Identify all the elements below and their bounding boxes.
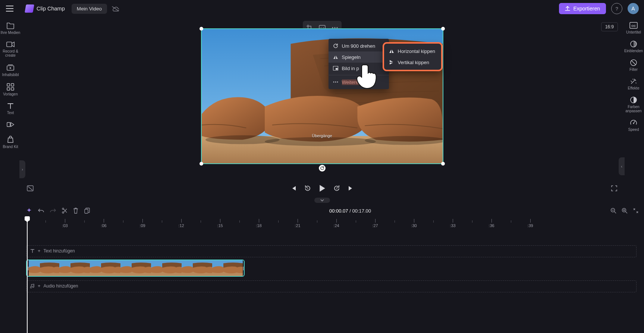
sidebar-item-label: Inhaltsbibl <box>2 73 19 77</box>
project-name[interactable]: Mein Video <box>72 4 107 14</box>
library-icon <box>6 64 15 71</box>
video-track[interactable]: || <box>26 260 637 277</box>
playhead-handle[interactable] <box>25 216 30 221</box>
timeline-area: 00:00.07 / 00:17.00 :03:06:09:12:15:18:2… <box>0 195 644 292</box>
skip-back-icon <box>290 185 296 191</box>
rotate-handle[interactable] <box>319 165 326 172</box>
rewind-button[interactable]: 5 <box>304 185 311 192</box>
svg-point-17 <box>365 136 443 145</box>
zoom-fit-icon <box>633 208 639 214</box>
menu-item-more[interactable]: Weitere Option <box>329 76 389 88</box>
export-label: Exportieren <box>573 6 600 12</box>
transitions-icon <box>7 121 14 128</box>
skip-fwd-icon <box>348 185 354 191</box>
sidebar-item-brandkit[interactable]: Brand Kit <box>0 134 21 151</box>
svg-point-33 <box>62 212 64 213</box>
svg-rect-4 <box>7 88 10 90</box>
zoom-fit-button[interactable] <box>633 208 639 214</box>
left-rail: Ihre Medien Record & create Inhaltsbibl … <box>0 17 21 195</box>
inspector-item-label: Einblenden <box>624 49 643 53</box>
sidebar-item-content[interactable]: Inhaltsbibl <box>0 62 21 79</box>
svg-rect-2 <box>7 84 10 86</box>
inspector-item-effects[interactable]: Effekte <box>623 77 644 92</box>
help-button[interactable]: ? <box>611 3 622 14</box>
timeline-toolbar: 00:00.07 / 00:17.00 <box>0 204 644 217</box>
clip-trim-right[interactable]: || <box>243 260 245 276</box>
inspector-item-colors[interactable]: Farben anpassen <box>623 95 644 114</box>
trash-icon <box>73 208 78 214</box>
inspector-item-captions[interactable]: CC Untertitel <box>623 21 644 36</box>
delete-button[interactable] <box>73 208 78 214</box>
bag-icon <box>7 136 14 143</box>
duplicate-button[interactable] <box>84 208 90 214</box>
text-track[interactable]: + Text hinzufügen <box>26 245 637 257</box>
plus-icon: + <box>38 283 41 289</box>
inspector-item-label: Effekte <box>628 86 640 90</box>
menu-item-rotate[interactable]: Um 900 drehen <box>329 40 389 51</box>
sidebar-item-text[interactable]: Text <box>0 101 21 117</box>
export-button[interactable]: Exportieren <box>559 3 606 14</box>
ruler-label: :36 <box>489 223 494 228</box>
video-clip[interactable]: || <box>26 260 245 277</box>
watermark-toggle[interactable] <box>27 185 34 191</box>
ruler-label: :27 <box>372 223 378 228</box>
inspector-item-label: Speed <box>628 128 639 132</box>
time-display: 00:00.07 / 00:17.00 <box>329 208 371 214</box>
inspector-item-fade[interactable]: Einblenden <box>623 40 644 54</box>
resize-handle-ne[interactable] <box>441 27 445 31</box>
ruler-label: :18 <box>256 223 261 228</box>
zoom-out-button[interactable] <box>610 208 616 214</box>
forward-button[interactable]: 5 <box>333 185 340 192</box>
menu-separator <box>329 75 389 75</box>
folder-icon <box>6 22 15 29</box>
resize-handle-nw[interactable] <box>200 27 203 31</box>
svg-point-9 <box>323 27 324 28</box>
play-button[interactable] <box>319 185 326 192</box>
play-icon <box>319 185 326 192</box>
avatar[interactable]: A <box>628 3 639 14</box>
redo-button[interactable] <box>50 208 56 213</box>
undo-button[interactable] <box>38 208 44 213</box>
ruler-label: :12 <box>178 223 184 228</box>
inspector-item-filter[interactable]: Filter <box>623 58 644 73</box>
timeline-body: :03:06:09:12:15:18:21:24:27:30:33:36:39 … <box>0 217 644 292</box>
svg-rect-0 <box>7 42 12 47</box>
sidebar-item-transitions[interactable] <box>0 120 21 131</box>
chevron-left-icon: ‹ <box>621 164 622 169</box>
skip-back-button[interactable] <box>290 185 296 191</box>
avatar-letter: A <box>631 6 635 12</box>
fullscreen-button[interactable] <box>611 185 617 191</box>
inspector-item-label: Filter <box>629 67 638 72</box>
submenu-item-horizontal[interactable]: Horizontal kippen <box>384 45 442 57</box>
right-rail-expander[interactable]: ‹ <box>619 157 625 175</box>
captions-icon: CC <box>629 22 638 29</box>
aspect-ratio-button[interactable]: 16:9 <box>601 22 618 31</box>
svg-point-8 <box>321 27 321 28</box>
resize-handle-se[interactable] <box>441 162 445 166</box>
split-button[interactable] <box>62 208 67 214</box>
audio-track[interactable]: + Audio hinzufügen <box>26 280 637 292</box>
ruler-label: :06 <box>101 223 106 228</box>
sidebar-item-templates[interactable]: Vorlagen <box>0 82 21 98</box>
svg-rect-34 <box>85 209 88 213</box>
sidebar-item-media[interactable]: Ihre Medien <box>0 20 21 37</box>
submenu-item-label: Horizontal kippen <box>398 48 435 54</box>
timeline-collapse-button[interactable] <box>314 198 330 203</box>
menu-item-mirror[interactable]: Spiegeln › <box>329 51 389 63</box>
menu-item-pip[interactable]: Bild in p › <box>329 63 389 74</box>
menu-button[interactable] <box>3 2 16 15</box>
zoom-in-button[interactable] <box>622 208 628 214</box>
skip-fwd-button[interactable] <box>348 185 354 191</box>
video-preview[interactable]: Übergänge Um 900 drehen Spiegeln › <box>201 28 443 164</box>
submenu-item-vertical[interactable]: Vertikal kippen <box>384 57 442 68</box>
timeline-ruler[interactable]: :03:06:09:12:15:18:21:24:27:30:33:36:39 <box>26 217 637 227</box>
scissors-icon <box>62 208 67 214</box>
watermark-icon <box>27 185 34 191</box>
inspector-item-speed[interactable]: Speed <box>623 118 644 133</box>
magic-button[interactable] <box>26 208 32 214</box>
svg-rect-6 <box>7 123 10 127</box>
contrast-icon <box>630 97 637 103</box>
resize-handle-sw[interactable] <box>200 162 203 166</box>
sidebar-item-record[interactable]: Record & create <box>0 40 21 59</box>
upload-icon <box>565 6 570 11</box>
